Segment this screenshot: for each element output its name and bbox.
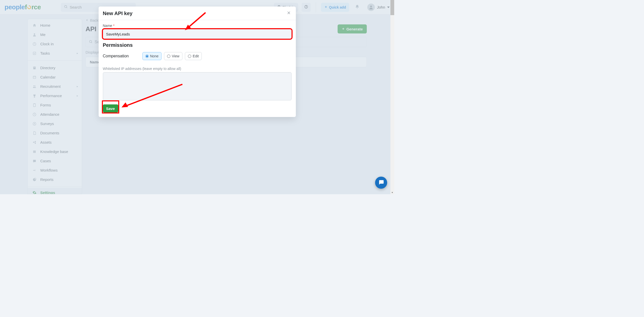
radio-icon	[188, 55, 191, 58]
radio-none[interactable]: None	[142, 52, 162, 60]
radio-label: None	[150, 54, 158, 58]
close-button[interactable]	[286, 11, 292, 16]
radio-icon	[145, 55, 149, 58]
save-button[interactable]: Save	[103, 104, 118, 112]
modal-overlay: New API key Name * Permissions Compensat…	[0, 0, 394, 194]
radio-label: View	[172, 54, 179, 58]
name-input[interactable]	[103, 29, 292, 39]
name-field-label: Name *	[103, 24, 292, 28]
scrollbar-thumb[interactable]	[390, 0, 394, 15]
permission-row-compensation: Compensation None View Edit	[103, 52, 292, 60]
permission-label: Compensation	[103, 54, 134, 58]
radio-label: Edit	[193, 54, 199, 58]
ip-whitelist-input[interactable]	[103, 72, 292, 100]
chat-icon	[378, 179, 384, 186]
scroll-down-icon[interactable]: ▾	[390, 190, 394, 194]
radio-edit[interactable]: Edit	[185, 52, 202, 60]
radio-view[interactable]: View	[164, 52, 182, 60]
ip-whitelist-label: Whitelisted IP addresses (leave empty to…	[103, 67, 292, 71]
new-api-key-modal: New API key Name * Permissions Compensat…	[99, 7, 296, 117]
permissions-heading: Permissions	[103, 42, 292, 48]
radio-icon	[167, 55, 170, 58]
required-asterisk: *	[113, 24, 114, 28]
chat-fab[interactable]	[375, 177, 387, 189]
close-icon	[287, 11, 291, 16]
modal-title: New API key	[103, 11, 133, 16]
vertical-scrollbar[interactable]: ▴ ▾	[390, 0, 394, 194]
